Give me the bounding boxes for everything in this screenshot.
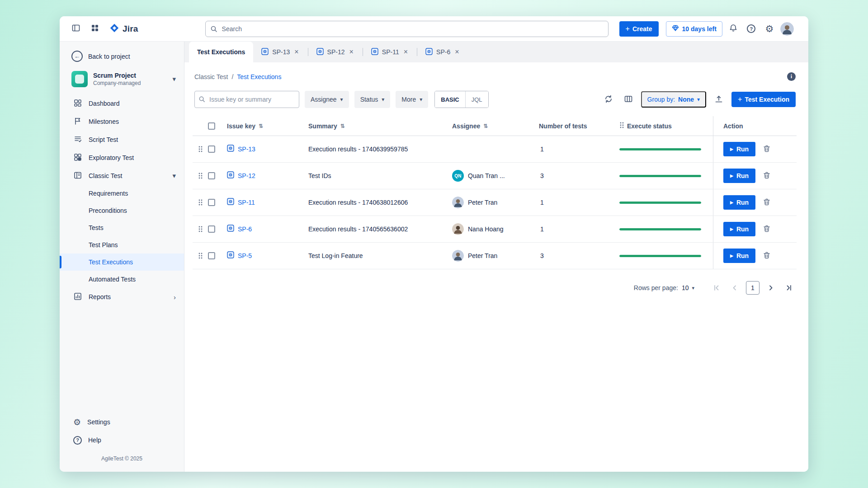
run-button[interactable]: ▶ Run (723, 222, 755, 236)
tab-test-executions[interactable]: Test Executions (189, 42, 253, 62)
test-execution-icon (227, 251, 234, 260)
next-page-button[interactable] (764, 281, 778, 295)
app-switcher-button[interactable] (88, 22, 102, 36)
global-search-input[interactable] (205, 21, 609, 37)
assignee-filter-dropdown[interactable]: Assignee ▾ (305, 91, 349, 108)
rows-per-page-value: 10 (682, 284, 689, 291)
status-filter-dropdown[interactable]: Status ▾ (354, 91, 391, 108)
sidebar-item-script-test[interactable]: Script Test (60, 131, 184, 149)
summary-text: Execution results - 1740638012606 (308, 199, 408, 206)
last-page-button[interactable] (782, 281, 796, 295)
help-button[interactable]: ? (744, 22, 759, 36)
issue-key-link[interactable]: SP-6 (238, 225, 252, 233)
export-button[interactable] (712, 92, 726, 107)
row-drag-handle[interactable] (193, 136, 208, 162)
group-by-dropdown[interactable]: Group by: None ▾ (641, 91, 707, 108)
mode-basic-option[interactable]: BASIC (435, 91, 465, 108)
sidebar-toggle-button[interactable] (69, 22, 83, 36)
row-drag-handle[interactable] (193, 216, 208, 242)
jira-logo[interactable]: Jira (109, 23, 138, 35)
refresh-button[interactable] (601, 92, 616, 107)
delete-button[interactable] (763, 198, 771, 207)
test-execution-icon (227, 145, 234, 154)
select-all-checkbox[interactable] (208, 122, 215, 130)
row-drag-handle[interactable] (193, 243, 208, 269)
sidebar-item-dashboard[interactable]: Dashboard (60, 94, 184, 113)
close-icon[interactable]: × (454, 47, 460, 56)
issue-key-link[interactable]: SP-12 (238, 172, 255, 179)
sidebar-item-label: Reports (89, 293, 167, 300)
sidebar-item-automated-tests[interactable]: Automated Tests (60, 271, 184, 288)
gear-icon: ⚙ (765, 24, 774, 33)
tab-sp-12[interactable]: SP-12 × (308, 42, 363, 62)
sidebar-item-label: Settings (87, 418, 176, 426)
row-checkbox[interactable] (208, 252, 215, 259)
test-execution-icon (425, 48, 433, 56)
table-row: SP-5 Test Log-in Feature Peter Tran 3 (193, 243, 797, 269)
tab-sp-13[interactable]: SP-13 × (253, 42, 307, 62)
row-checkbox[interactable] (208, 225, 215, 233)
settings-button-topbar[interactable]: ⚙ (762, 22, 777, 36)
mode-jql-option[interactable]: JQL (466, 91, 488, 108)
trash-icon (763, 225, 771, 234)
sidebar-item-milestones[interactable]: Milestones (60, 113, 184, 131)
sort-icon[interactable]: ⇅ (340, 123, 345, 129)
sidebar-item-reports[interactable]: Reports › (60, 288, 184, 306)
notifications-button[interactable] (726, 22, 741, 36)
first-page-button[interactable] (710, 281, 723, 295)
sidebar-item-preconditions[interactable]: Preconditions (60, 202, 184, 219)
tab-sp-11[interactable]: SP-11 × (363, 42, 417, 62)
sidebar-item-test-plans[interactable]: Test Plans (60, 236, 184, 253)
close-icon[interactable]: × (293, 47, 299, 56)
progress-track (619, 228, 701, 230)
current-page-button[interactable]: 1 (746, 281, 760, 295)
trial-days-left-button[interactable]: 10 days left (666, 21, 722, 37)
sort-icon[interactable]: ⇅ (259, 123, 263, 129)
user-avatar[interactable] (780, 22, 794, 36)
row-checkbox[interactable] (208, 145, 215, 153)
delete-button[interactable] (763, 251, 771, 261)
more-filter-dropdown[interactable]: More ▾ (396, 91, 428, 108)
close-icon[interactable]: × (349, 47, 354, 56)
issue-key-link[interactable]: SP-13 (238, 145, 255, 153)
close-icon[interactable]: × (403, 47, 409, 56)
delete-button[interactable] (763, 225, 771, 234)
sidebar-item-settings[interactable]: ⚙ Settings (60, 413, 184, 431)
delete-button[interactable] (763, 145, 771, 154)
sidebar-item-requirements[interactable]: Requirements (60, 185, 184, 202)
sidebar-item-tests[interactable]: Tests (60, 219, 184, 236)
sidebar-item-help[interactable]: ? Help (60, 431, 184, 449)
delete-button[interactable] (763, 171, 771, 181)
sidebar-item-classic-test[interactable]: Classic Test ▾ (60, 167, 184, 185)
run-button[interactable]: ▶ Run (723, 142, 755, 156)
previous-page-button[interactable] (728, 281, 741, 295)
issue-key-link[interactable]: SP-11 (238, 199, 255, 206)
sidebar-subitem-label: Test Plans (89, 241, 118, 249)
row-drag-handle[interactable] (193, 189, 208, 216)
rows-per-page-select[interactable]: 10 ▾ (682, 284, 694, 291)
sidebar-subitem-label: Preconditions (89, 207, 127, 214)
info-icon[interactable]: i (787, 72, 796, 81)
number-of-tests: 1 (539, 225, 544, 233)
run-button[interactable]: ▶ Run (723, 249, 755, 263)
tab-sp-6[interactable]: SP-6 × (417, 42, 468, 62)
project-selector[interactable]: Scrum Project Company-managed ▾ (60, 66, 184, 92)
sidebar-item-test-executions[interactable]: Test Executions (60, 253, 184, 271)
chevron-down-icon: ▾ (420, 96, 422, 103)
issue-key-link[interactable]: SP-5 (238, 252, 252, 259)
breadcrumb-current[interactable]: Test Executions (237, 73, 281, 80)
sidebar-item-exploratory-test[interactable]: Exploratory Test (60, 149, 184, 167)
run-button[interactable]: ▶ Run (723, 169, 755, 183)
issue-filter-input[interactable] (194, 91, 299, 108)
row-checkbox[interactable] (208, 199, 215, 206)
play-icon: ▶ (730, 147, 733, 151)
row-drag-handle[interactable] (193, 163, 208, 189)
sort-icon[interactable]: ⇅ (483, 123, 488, 129)
create-button[interactable]: + Create (619, 21, 659, 37)
columns-settings-button[interactable] (621, 92, 636, 107)
breadcrumb-parent[interactable]: Classic Test (194, 73, 228, 80)
back-to-project-button[interactable]: ← Back to project (60, 46, 184, 66)
new-test-execution-button[interactable]: + Test Execution (731, 92, 796, 107)
run-button[interactable]: ▶ Run (723, 195, 755, 210)
row-checkbox[interactable] (208, 172, 215, 179)
